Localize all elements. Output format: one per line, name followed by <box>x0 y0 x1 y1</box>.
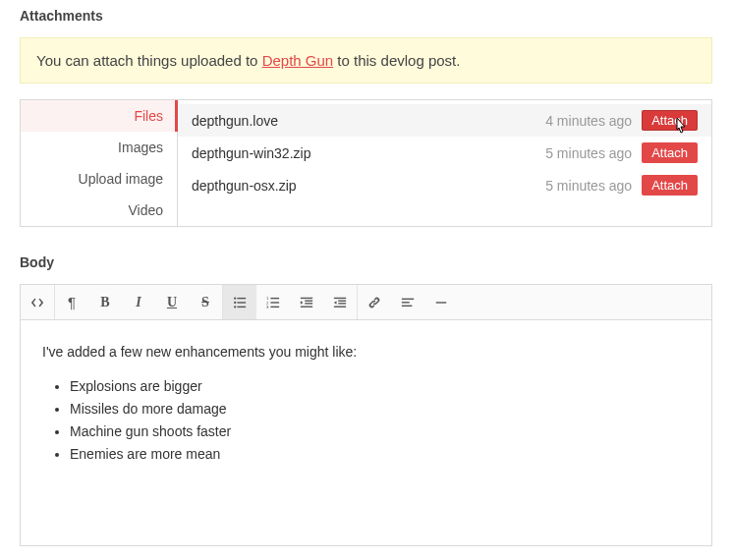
svg-rect-3 <box>237 302 246 303</box>
files-list: depthgun.love 4 minutes ago Attach depth… <box>178 100 711 226</box>
pilcrow-icon: ¶ <box>68 294 76 310</box>
link-button[interactable] <box>358 285 391 319</box>
indent-button[interactable] <box>323 285 357 319</box>
list-item: Machine gun shoots faster <box>70 421 690 442</box>
italic-button[interactable]: I <box>122 285 155 319</box>
bullet-list-icon <box>233 296 247 309</box>
svg-rect-16 <box>301 306 312 307</box>
file-time: 5 minutes ago <box>545 178 632 194</box>
horizontal-rule-button[interactable] <box>424 285 458 319</box>
notice-game-link[interactable]: Depth Gun <box>262 52 334 69</box>
file-name: depthgun-osx.zip <box>192 178 535 194</box>
strikethrough-button[interactable]: S <box>189 285 222 319</box>
link-icon <box>367 296 381 309</box>
ordered-list-button[interactable]: 123 <box>256 285 290 319</box>
svg-rect-17 <box>334 297 346 298</box>
tab-upload-image[interactable]: Upload image <box>21 163 177 195</box>
svg-rect-5 <box>237 306 246 307</box>
svg-point-4 <box>234 306 236 308</box>
tab-files[interactable]: Files <box>21 100 177 132</box>
align-left-icon <box>401 296 415 309</box>
svg-rect-14 <box>305 300 312 301</box>
align-button[interactable] <box>391 285 424 319</box>
underline-button[interactable]: U <box>155 285 189 319</box>
attach-button[interactable]: Attach <box>642 175 698 196</box>
bold-icon: B <box>100 295 109 310</box>
file-row: depthgun.love 4 minutes ago Attach <box>178 104 711 137</box>
tab-images[interactable]: Images <box>21 132 177 163</box>
svg-rect-22 <box>402 298 414 299</box>
svg-rect-20 <box>338 303 346 304</box>
code-icon <box>30 296 44 309</box>
italic-icon: I <box>136 295 141 310</box>
file-name: depthgun.love <box>192 113 535 129</box>
ordered-list-icon: 123 <box>266 296 280 309</box>
svg-marker-18 <box>334 301 337 305</box>
code-view-button[interactable] <box>21 285 54 319</box>
svg-rect-9 <box>270 302 279 303</box>
svg-rect-24 <box>402 305 413 306</box>
svg-rect-11 <box>270 306 279 307</box>
attachment-tabs: Files Images Upload image Video <box>21 100 178 226</box>
attachments-heading: Attachments <box>20 8 712 24</box>
svg-rect-15 <box>305 303 312 304</box>
list-item: Missiles do more damage <box>70 399 690 420</box>
svg-marker-13 <box>301 301 304 305</box>
paragraph-button[interactable]: ¶ <box>55 285 88 319</box>
body-heading: Body <box>20 254 712 270</box>
bold-button[interactable]: B <box>88 285 122 319</box>
svg-point-2 <box>234 301 236 303</box>
editor-toolbar: ¶ B I U S 123 <box>21 285 711 320</box>
body-paragraph: I've added a few new enhancements you mi… <box>42 342 690 363</box>
underline-icon: U <box>167 295 177 310</box>
svg-rect-12 <box>301 297 312 298</box>
svg-rect-19 <box>338 300 346 301</box>
svg-rect-23 <box>402 302 410 303</box>
file-time: 4 minutes ago <box>545 113 632 129</box>
indent-icon <box>333 296 347 309</box>
unordered-list-button[interactable] <box>223 285 256 319</box>
editor-content[interactable]: I've added a few new enhancements you mi… <box>21 320 711 545</box>
file-name: depthgun-win32.zip <box>192 145 535 161</box>
strikethrough-icon: S <box>201 295 209 310</box>
list-item: Explosions are bigger <box>70 376 690 397</box>
attachments-notice: You can attach things uploaded to Depth … <box>20 37 712 84</box>
svg-rect-21 <box>334 306 346 307</box>
file-row: depthgun-osx.zip 5 minutes ago Attach <box>178 169 711 201</box>
svg-rect-25 <box>436 302 447 303</box>
body-list: Explosions are bigger Missiles do more d… <box>70 376 690 465</box>
attachments-panel: Files Images Upload image Video depthgun… <box>20 99 712 227</box>
list-item: Enemies are more mean <box>70 444 690 465</box>
svg-point-0 <box>234 297 236 299</box>
svg-rect-1 <box>237 297 246 298</box>
horizontal-rule-icon <box>434 296 448 309</box>
notice-text-pre: You can attach things uploaded to <box>36 52 262 69</box>
outdent-icon <box>300 296 313 309</box>
svg-rect-7 <box>270 297 279 298</box>
svg-text:3: 3 <box>266 305 269 309</box>
attach-button[interactable]: Attach <box>642 142 698 163</box>
tab-video[interactable]: Video <box>21 195 177 226</box>
file-time: 5 minutes ago <box>545 145 632 161</box>
file-row: depthgun-win32.zip 5 minutes ago Attach <box>178 137 711 169</box>
body-editor: ¶ B I U S 123 <box>20 284 712 546</box>
attach-button[interactable]: Attach <box>642 110 698 131</box>
outdent-button[interactable] <box>290 285 323 319</box>
notice-text-post: to this devlog post. <box>333 52 460 69</box>
